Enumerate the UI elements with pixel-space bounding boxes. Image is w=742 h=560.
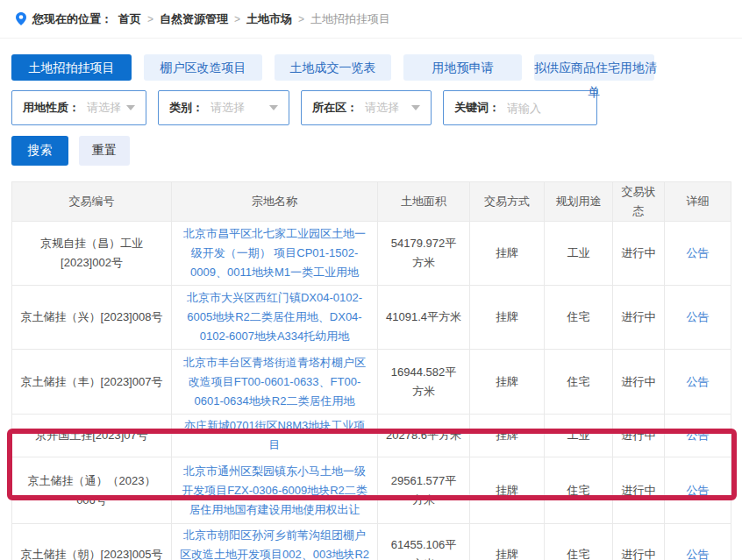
breadcrumb-item-natural-resources[interactable]: 自然资源管理: [160, 11, 228, 27]
table-header: 交易编号宗地名称土地面积交易方式规划用途交易状态详细: [12, 182, 731, 222]
area-cell: 41091.4平方米: [378, 286, 470, 350]
column-header: 详细: [665, 182, 731, 222]
keyword-input[interactable]: [507, 102, 590, 115]
location-pin-icon: [16, 12, 26, 25]
breadcrumb: 您现在的位置： 首页 > 自然资源管理 > 土地市场 > 土地招拍挂项目: [0, 0, 742, 39]
tab-shantytown-renovation[interactable]: 棚户区改造项目: [144, 54, 262, 81]
transaction-id-cell: 京土储挂（兴）[2023]008号: [21, 310, 163, 323]
transaction-id-cell: 京开国土挂[2023]07号: [35, 429, 148, 442]
use-cell: 住宅: [545, 457, 613, 524]
transaction-status-cell: 进行中: [622, 484, 656, 497]
announcement-link[interactable]: 公告: [687, 246, 710, 259]
chevron-down-icon: [411, 105, 420, 110]
status-cell: 进行中: [613, 222, 665, 286]
breadcrumb-item-land-market[interactable]: 土地市场: [246, 11, 292, 27]
select-placeholder: 请选择: [210, 100, 245, 116]
status-cell: 进行中: [613, 524, 665, 560]
breadcrumb-prefix: 您现在的位置：: [32, 11, 112, 27]
method-cell: 挂牌: [470, 457, 545, 524]
table-row: 京土储挂（兴）[2023]008号北京市大兴区西红门镇DX04-0102-600…: [12, 286, 731, 350]
select-placeholder: 请选择: [87, 100, 121, 116]
transaction-method-cell: 挂牌: [496, 246, 518, 259]
filter-label: 用地性质：: [23, 100, 80, 116]
breadcrumb-item-current: 土地招拍挂项目: [310, 11, 390, 27]
planned-use-cell: 住宅: [567, 310, 590, 323]
table-row: 京土储挂（朝）[2023]005号北京市朝阳区孙河乡前苇沟组团棚户区改造土地开发…: [12, 524, 731, 560]
column-header: 交易编号: [12, 182, 172, 222]
transaction-id-cell: 京土储挂（丰）[2023]007号: [21, 375, 163, 388]
filter-label: 关键词：: [454, 100, 500, 116]
method-cell: 挂牌: [470, 286, 545, 350]
name-cell: 北京市通州区梨园镇东小马土地一级开发项目FZX-0306-6009地块R2二类居…: [172, 457, 378, 524]
transaction-method-cell: 挂牌: [496, 429, 518, 442]
area-cell: 16944.582平方米: [378, 350, 470, 415]
table-header-row: 交易编号宗地名称土地面积交易方式规划用途交易状态详细: [12, 182, 731, 222]
parcel-name-link[interactable]: 北京市通州区梨园镇东小马土地一级开发项目FZX-0306-6009地块R2二类居…: [182, 464, 367, 516]
keyword-field[interactable]: 关键词：: [443, 90, 597, 125]
announcement-link[interactable]: 公告: [687, 484, 710, 497]
announcement-link[interactable]: 公告: [687, 375, 710, 388]
planned-use-cell: 住宅: [567, 548, 590, 560]
planned-use-cell: 住宅: [567, 484, 590, 497]
id-cell: 京土储挂（朝）[2023]005号: [12, 524, 172, 560]
column-header: 宗地名称: [172, 182, 378, 222]
use-cell: 住宅: [545, 524, 613, 560]
detail-cell: 公告: [665, 457, 731, 524]
filter-label: 所在区：: [312, 100, 358, 116]
search-button[interactable]: 搜索: [11, 136, 68, 166]
area-cell: 61455.106平方米: [378, 524, 470, 560]
transaction-id-cell: 京土储挂（通）（2023）006号: [28, 474, 156, 507]
announcement-link[interactable]: 公告: [687, 429, 710, 442]
tab-land-transactions[interactable]: 土地成交一览表: [275, 54, 391, 81]
tab-land-listing-projects[interactable]: 土地招拍挂项目: [11, 54, 132, 81]
filter-label: 类别：: [169, 100, 203, 116]
projects-table: 交易编号宗地名称土地面积交易方式规划用途交易状态详细 京规自挂（昌）工业[202…: [11, 181, 731, 560]
id-cell: 京规自挂（昌）工业[2023]002号: [12, 222, 172, 286]
column-header: 交易状态: [613, 182, 665, 222]
table-row: 京开国土挂[2023]07号亦庄新城0701街区N8M3地块工业项目20278.…: [12, 415, 731, 457]
column-header: 规划用途: [545, 182, 613, 222]
category-select[interactable]: 类别： 请选择: [158, 90, 289, 125]
use-cell: 工业: [545, 415, 613, 457]
transaction-status-cell: 进行中: [622, 375, 656, 388]
breadcrumb-item-home[interactable]: 首页: [118, 11, 141, 27]
transaction-method-cell: 挂牌: [496, 484, 518, 497]
breadcrumb-separator: >: [147, 13, 153, 25]
transaction-method-cell: 挂牌: [496, 375, 518, 388]
name-cell: 北京市昌平区北七家工业园区土地一级开发（一期） 项目CP01-1502-0009…: [172, 222, 378, 286]
parcel-name-link[interactable]: 北京市朝阳区孙河乡前苇沟组团棚户区改造土地开发项目002、003地块R2二类居住…: [180, 528, 369, 560]
parcel-name-link[interactable]: 北京市昌平区北七家工业园区土地一级开发（一期） 项目CP01-1502-0009…: [183, 227, 366, 279]
id-cell: 京土储挂（兴）[2023]008号: [12, 286, 172, 350]
transaction-method-cell: 挂牌: [496, 548, 518, 560]
land-area-cell: 20278.6平方米: [386, 429, 461, 442]
transaction-status-cell: 进行中: [622, 246, 656, 259]
transaction-status-cell: 进行中: [622, 548, 656, 560]
announcement-link[interactable]: 公告: [687, 548, 710, 560]
transaction-status-cell: 进行中: [622, 429, 656, 442]
planned-use-cell: 工业: [567, 246, 590, 259]
parcel-name-link[interactable]: 亦庄新城0701街区N8M3地块工业项目: [184, 419, 366, 451]
tab-planned-residential-land[interactable]: 拟供应商品住宅用地清 单: [534, 54, 654, 81]
method-cell: 挂牌: [470, 350, 545, 415]
parcel-name-link[interactable]: 北京市丰台区青塔街道青塔村棚户区改造项目FT00-0601-0633、FT00-…: [183, 356, 366, 408]
name-cell: 北京市朝阳区孙河乡前苇沟组团棚户区改造土地开发项目002、003地块R2二类居住…: [172, 524, 378, 560]
method-cell: 挂牌: [470, 222, 545, 286]
status-cell: 进行中: [613, 286, 665, 350]
table-row: 京土储挂（通）（2023）006号北京市通州区梨园镇东小马土地一级开发项目FZX…: [12, 457, 731, 524]
breadcrumb-separator: >: [234, 13, 240, 25]
column-header: 交易方式: [470, 182, 545, 222]
land-use-nature-select[interactable]: 用地性质： 请选择: [11, 90, 146, 125]
district-select[interactable]: 所在区： 请选择: [301, 90, 432, 125]
column-header: 土地面积: [378, 182, 470, 222]
name-cell: 北京市丰台区青塔街道青塔村棚户区改造项目FT00-0601-0633、FT00-…: [172, 350, 378, 415]
parcel-name-link[interactable]: 北京市大兴区西红门镇DX04-0102-6005地块R2二类居住用地、DX04-…: [187, 291, 362, 343]
use-cell: 住宅: [545, 286, 613, 350]
land-area-cell: 54179.972平方米: [391, 237, 456, 269]
name-cell: 北京市大兴区西红门镇DX04-0102-6005地块R2二类居住用地、DX04-…: [172, 286, 378, 350]
planned-use-cell: 住宅: [567, 375, 590, 388]
announcement-link[interactable]: 公告: [687, 310, 710, 323]
tab-land-pre-application[interactable]: 用地预申请: [403, 54, 522, 81]
reset-button[interactable]: 重置: [79, 136, 130, 166]
breadcrumb-separator: >: [298, 13, 304, 25]
status-cell: 进行中: [613, 457, 665, 524]
